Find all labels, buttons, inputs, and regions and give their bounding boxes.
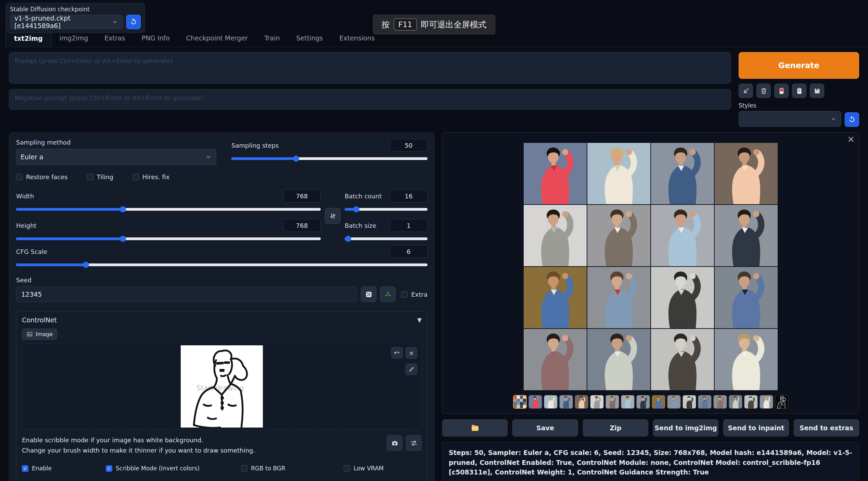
chevron-down-icon — [205, 153, 212, 160]
refresh-checkpoint-button[interactable] — [126, 15, 141, 29]
thumbnail-13[interactable] — [713, 395, 727, 409]
thumbnail-4[interactable] — [575, 395, 588, 409]
save-style-icon[interactable] — [810, 84, 824, 98]
generate-button[interactable]: Generate — [739, 52, 859, 79]
clear-image-button[interactable]: × — [406, 347, 417, 359]
thumbnail-16[interactable] — [760, 395, 773, 409]
controlnet-image-dropzone[interactable]: Start drawing × — [22, 343, 422, 430]
random-seed-button[interactable] — [361, 286, 376, 302]
width-value[interactable]: 768 — [283, 189, 321, 202]
close-gallery-button[interactable]: × — [847, 135, 855, 144]
sampling-steps-slider[interactable] — [231, 155, 427, 162]
clear-prompt-icon[interactable] — [756, 84, 771, 98]
sampling-method-dropdown[interactable]: Euler a — [16, 149, 216, 165]
batch-count-slider[interactable] — [345, 206, 427, 213]
swap-dimensions-button[interactable] — [325, 208, 341, 224]
gallery-image-7[interactable] — [651, 205, 714, 266]
batch-size-slider[interactable] — [345, 235, 427, 242]
checkbox-tiling[interactable]: Tiling — [87, 173, 113, 181]
thumbnail-14[interactable] — [729, 395, 742, 409]
thumbnail-12[interactable] — [698, 395, 712, 409]
styles-dropdown[interactable] — [739, 111, 841, 127]
controlnet-title: ControlNet — [22, 316, 57, 324]
tab-settings[interactable]: Settings — [288, 29, 331, 47]
gallery-image-4[interactable] — [715, 143, 778, 204]
gallery-image-1[interactable] — [524, 143, 587, 204]
gallery-image-12[interactable] — [715, 267, 778, 328]
batch-count-label: Batch count — [345, 193, 382, 200]
reuse-seed-button[interactable] — [380, 286, 396, 302]
tab-image[interactable]: Image — [22, 329, 57, 340]
thumbnail-11[interactable] — [682, 395, 696, 409]
thumbnail-3[interactable] — [559, 395, 573, 409]
controlnet-header[interactable]: ControlNet ▼ — [22, 316, 422, 324]
checkbox-low-vram[interactable]: Low VRAM — [344, 465, 446, 472]
gallery-image-15[interactable] — [651, 329, 714, 390]
extra-networks-icon[interactable] — [774, 84, 789, 98]
close-icon: × — [847, 134, 855, 144]
zip-button[interactable]: Zip — [583, 419, 648, 436]
thumbnail-10[interactable] — [667, 395, 681, 409]
thumbnail-6[interactable] — [605, 395, 619, 409]
checkbox-hires-fix[interactable]: Hires. fix — [132, 173, 169, 181]
tab-checkpoint-merger[interactable]: Checkpoint Merger — [178, 29, 256, 47]
gallery-image-3[interactable] — [651, 143, 714, 204]
width-label: Width — [16, 193, 34, 200]
thumbnail-7[interactable] — [621, 395, 635, 409]
gallery-image-5[interactable] — [524, 205, 587, 266]
thumbnail-5[interactable] — [590, 395, 604, 409]
gallery-image-13[interactable] — [524, 329, 587, 390]
checkbox-restore-faces[interactable]: Restore faces — [16, 173, 68, 181]
tab-train[interactable]: Train — [256, 29, 288, 47]
mirror-webcam-button[interactable] — [406, 435, 422, 451]
brush-button[interactable] — [406, 363, 417, 375]
send-to-inpaint-button[interactable]: Send to inpaint — [723, 419, 789, 436]
gallery-image-2[interactable] — [587, 143, 650, 204]
thumbnail-grid-montage[interactable] — [513, 395, 527, 409]
checkbox-scribble-mode-invert-colors[interactable]: ✓Scribble Mode (Invert colors) — [106, 465, 241, 472]
gallery-image-8[interactable] — [715, 205, 778, 266]
toast-suffix: 即可退出全屏模式 — [421, 19, 486, 30]
refresh-styles-button[interactable] — [845, 112, 859, 127]
controlnet-panel: ControlNet ▼ Image Start drawing × — [16, 311, 427, 481]
gallery-image-6[interactable] — [587, 205, 650, 266]
thumbnail-1[interactable] — [528, 395, 542, 409]
checkbox-rgb-to-bgr[interactable]: RGB to BGR — [241, 465, 344, 472]
checkbox-enable[interactable]: ✓Enable — [22, 465, 106, 472]
thumbnail-scribble-input[interactable] — [775, 395, 789, 409]
cfg-scale-value[interactable]: 6 — [390, 245, 427, 258]
scribble-canvas[interactable]: Start drawing — [181, 345, 263, 428]
webcam-button[interactable] — [387, 435, 403, 451]
apply-styles-icon[interactable] — [792, 84, 806, 98]
thumbnail-8[interactable] — [636, 395, 650, 409]
save-button[interactable]: Save — [512, 419, 578, 436]
width-slider[interactable] — [16, 206, 321, 213]
sampling-steps-value[interactable]: 50 — [390, 139, 427, 152]
checkbox-extra-seed[interactable]: Extra — [401, 291, 427, 298]
height-slider[interactable] — [16, 235, 321, 242]
thumbnail-15[interactable] — [744, 395, 758, 409]
height-value[interactable]: 768 — [283, 219, 321, 232]
negative-prompt-input[interactable] — [9, 89, 731, 110]
open-folder-button[interactable] — [442, 419, 508, 436]
gallery-image-11[interactable] — [651, 267, 714, 328]
send-to-img2img-button[interactable]: Send to img2img — [653, 419, 718, 436]
gallery-image-9[interactable] — [524, 267, 587, 328]
batch-count-value[interactable]: 16 — [390, 189, 427, 202]
send-to-extras-button[interactable]: Send to extras — [794, 419, 859, 436]
checkpoint-value: v1-5-pruned.ckpt [e1441589a6] — [14, 14, 112, 29]
cfg-scale-slider[interactable] — [16, 261, 427, 268]
checkbox-box — [16, 174, 23, 180]
thumbnail-9[interactable] — [652, 395, 665, 409]
gallery-image-14[interactable] — [587, 329, 650, 390]
gallery-image-16[interactable] — [715, 329, 778, 390]
chevron-down-icon — [830, 115, 837, 122]
undo-stroke-button[interactable] — [391, 347, 403, 359]
checkpoint-dropdown[interactable]: v1-5-pruned.ckpt [e1441589a6] — [10, 15, 123, 29]
batch-size-value[interactable]: 1 — [390, 219, 427, 232]
prompt-input[interactable] — [9, 52, 731, 84]
thumbnail-2[interactable] — [544, 395, 558, 409]
gallery-image-10[interactable] — [587, 267, 650, 328]
paste-params-icon[interactable] — [739, 84, 753, 98]
seed-input[interactable] — [16, 286, 357, 302]
